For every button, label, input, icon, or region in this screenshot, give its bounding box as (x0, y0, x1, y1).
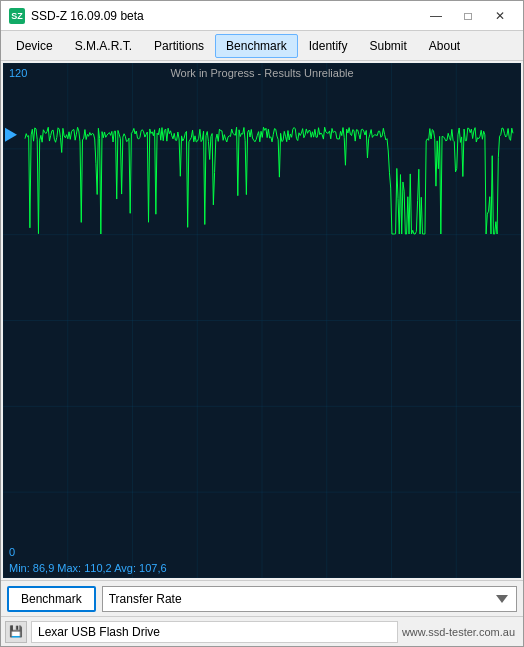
menu-bar: Device S.M.A.R.T. Partitions Benchmark I… (1, 31, 523, 61)
bottom-toolbar: Benchmark Transfer Rate IOPS Latency (1, 580, 523, 616)
menu-item-benchmark[interactable]: Benchmark (215, 34, 298, 58)
menu-item-about[interactable]: About (418, 34, 471, 58)
status-bar: 💾 Lexar USB Flash Drive www.ssd-tester.c… (1, 616, 523, 646)
drive-name: Lexar USB Flash Drive (31, 621, 398, 643)
chart-title: Work in Progress - Results Unreliable (170, 67, 353, 79)
chart-stats: Min: 86,9 Max: 110,2 Avg: 107,6 (9, 562, 167, 574)
chart-type-dropdown[interactable]: Transfer Rate IOPS Latency (102, 586, 517, 612)
drive-icon: 💾 (5, 621, 27, 643)
title-bar: SZ SSD-Z 16.09.09 beta — □ ✕ (1, 1, 523, 31)
close-button[interactable]: ✕ (485, 6, 515, 26)
website-label: www.ssd-tester.com.au (402, 626, 519, 638)
main-window: SZ SSD-Z 16.09.09 beta — □ ✕ Device S.M.… (0, 0, 524, 647)
menu-item-partitions[interactable]: Partitions (143, 34, 215, 58)
benchmark-chart (3, 63, 521, 578)
minimize-button[interactable]: — (421, 6, 451, 26)
chart-y-max-label: 120 (9, 67, 27, 79)
app-icon: SZ (9, 8, 25, 24)
title-bar-controls: — □ ✕ (421, 6, 515, 26)
menu-item-smart[interactable]: S.M.A.R.T. (64, 34, 143, 58)
menu-item-device[interactable]: Device (5, 34, 64, 58)
menu-item-submit[interactable]: Submit (358, 34, 417, 58)
benchmark-button[interactable]: Benchmark (7, 586, 96, 612)
maximize-button[interactable]: □ (453, 6, 483, 26)
menu-item-identify[interactable]: Identify (298, 34, 359, 58)
chart-y-min-label: 0 (9, 546, 15, 558)
chart-container: 120 Work in Progress - Results Unreliabl… (3, 63, 521, 578)
title-bar-text: SSD-Z 16.09.09 beta (31, 9, 421, 23)
